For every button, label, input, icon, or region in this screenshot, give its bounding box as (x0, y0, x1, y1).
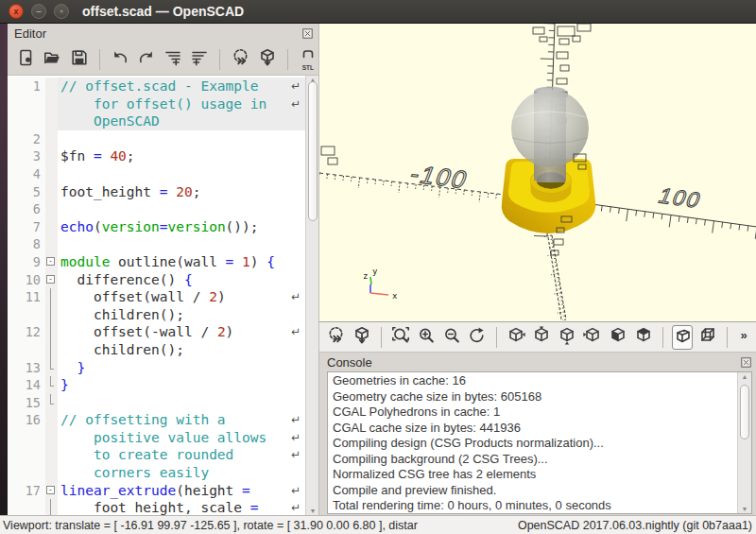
view-orthogonal-button[interactable] (697, 325, 718, 350)
new-file-button[interactable] (15, 46, 36, 72)
preview-button[interactable] (230, 46, 250, 72)
window-minimize-button[interactable]: – (31, 4, 46, 19)
line-number: 12 (8, 323, 45, 341)
code-text: positive value allows↵ (58, 429, 305, 447)
toolbar-separator (662, 327, 663, 348)
reset-view-button[interactable] (467, 325, 488, 350)
view-top-icon (532, 326, 551, 348)
code-line-10[interactable]: 10- difference() { (8, 271, 305, 289)
window-controls: x – ▫ (9, 4, 69, 19)
view-back-button[interactable] (633, 325, 654, 350)
code-line-1[interactable]: 1// offset.scad - Example↵ (8, 78, 305, 95)
console-close-icon[interactable] (740, 356, 752, 369)
editor-close-icon[interactable] (301, 27, 314, 40)
editor-scrollbar-thumb[interactable] (308, 81, 318, 221)
code-editor[interactable]: 1// offset.scad - Example↵ for offset() … (8, 75, 318, 515)
line-wrap-icon: ↵ (291, 288, 301, 306)
view-top-button[interactable] (531, 325, 552, 350)
code-line-12-wrap[interactable]: children(); (8, 341, 305, 359)
view-front-button[interactable] (608, 325, 628, 350)
code-line-9[interactable]: 9-module outline(wall = 1) { (8, 253, 305, 271)
editor-scrollbar[interactable]: ▲ ▼ (305, 76, 318, 515)
zoom-all-button[interactable] (390, 325, 411, 350)
preview-button[interactable] (326, 325, 347, 350)
window-maximize-button[interactable]: ▫ (54, 4, 69, 19)
code-line-11[interactable]: 11 offset(wall / 2)↵ (8, 288, 305, 306)
axis-numeral-box (328, 158, 337, 164)
line-number: 14 (8, 376, 45, 394)
code-line-16-wrap[interactable]: corners easily (8, 464, 305, 482)
fold-toggle-icon[interactable]: - (46, 486, 55, 494)
code-line-4[interactable]: 4 (8, 165, 305, 183)
line-wrap-icon: ↵ (291, 411, 301, 429)
code-text: to create rounded↵ (58, 446, 305, 464)
view-left-button[interactable] (582, 325, 603, 350)
zoom-out-button[interactable] (441, 325, 462, 350)
code-text: for offset() usage in↵ (58, 95, 305, 113)
toolbar-separator (287, 49, 288, 70)
code-text (58, 200, 305, 218)
render-button[interactable] (352, 325, 372, 350)
view-back-icon (634, 326, 653, 348)
code-line-16[interactable]: 16// offsetting with a↵ (8, 411, 305, 429)
console-scrollbar[interactable]: ▲ ▼ (737, 372, 751, 513)
code-line-7[interactable]: 7echo(version=version()); (8, 218, 305, 236)
render-button[interactable] (257, 46, 278, 72)
code-line-12[interactable]: 12 offset(-wall / 2)↵ (8, 323, 305, 341)
code-line-16-wrap[interactable]: positive value allows↵ (8, 429, 305, 447)
line-number: 15 (8, 394, 45, 412)
scroll-down-icon[interactable]: ▼ (306, 508, 318, 514)
line-number: 11 (8, 288, 45, 306)
viewport-3d[interactable]: -100 100 (319, 24, 756, 321)
fold-toggle-icon[interactable]: - (46, 257, 55, 266)
scroll-down-icon[interactable]: ▼ (738, 506, 751, 512)
view-perspective-button[interactable] (672, 325, 693, 350)
code-line-17[interactable]: 17-linear_extrude(height =↵ (8, 482, 305, 500)
console-scrollbar-thumb[interactable] (740, 385, 749, 439)
code-line-3[interactable]: 3$fn = 40; (8, 147, 305, 165)
console-line: Compile and preview finished. (333, 483, 733, 499)
line-number (8, 112, 45, 130)
code-line-5[interactable]: 5foot_height = 20; (8, 183, 305, 201)
indent-more-button[interactable] (163, 46, 183, 72)
code-line-15[interactable]: 15 (8, 394, 305, 412)
preview-icon (232, 48, 250, 70)
export-stl-button[interactable]: STL (298, 46, 318, 72)
console-header: Console (319, 353, 756, 371)
redo-button[interactable] (136, 46, 157, 72)
fold-margin (45, 165, 58, 183)
console-line: CGAL cache size in bytes: 441936 (333, 421, 733, 437)
code-line-11-wrap[interactable]: children(); (8, 306, 305, 324)
overflow-button[interactable]: » (736, 325, 756, 350)
code-line-8[interactable]: 8 (8, 235, 305, 253)
undo-button[interactable] (110, 46, 130, 72)
code-text (58, 394, 305, 412)
axis-gizmo: y z x (363, 267, 398, 301)
view-orthogonal-icon (698, 326, 717, 348)
render-icon (352, 326, 371, 348)
code-line-14[interactable]: 14} (8, 376, 305, 394)
console-output[interactable]: Geometries in cache: 16Geometry cache si… (327, 371, 752, 514)
code-line-6[interactable]: 6 (8, 200, 305, 218)
save-file-button[interactable] (68, 46, 89, 72)
indent-less-button[interactable] (189, 46, 210, 72)
scroll-up-icon[interactable]: ▲ (738, 373, 751, 380)
code-line-13[interactable]: 13 } (8, 359, 305, 377)
fold-margin (45, 306, 58, 324)
view-right-button[interactable] (506, 325, 526, 350)
zoom-in-button[interactable] (416, 325, 437, 350)
code-line-1-wrap[interactable]: OpenSCAD (8, 112, 305, 130)
fold-toggle-icon[interactable]: - (46, 275, 55, 284)
code-line-17-wrap[interactable]: foot_height, scale =↵ (8, 499, 305, 515)
code-text (58, 165, 305, 183)
code-line-1-wrap[interactable]: for offset() usage in↵ (8, 95, 305, 113)
line-number: 3 (8, 147, 45, 165)
fold-margin: - (45, 482, 58, 500)
code-line-2[interactable]: 2 (8, 130, 305, 148)
indent-less-icon (190, 48, 209, 70)
open-file-button[interactable] (42, 46, 62, 72)
code-line-16-wrap[interactable]: to create rounded↵ (8, 446, 305, 464)
view-bottom-button[interactable] (557, 325, 577, 350)
line-number: 2 (8, 130, 45, 148)
window-close-button[interactable]: x (9, 4, 24, 19)
